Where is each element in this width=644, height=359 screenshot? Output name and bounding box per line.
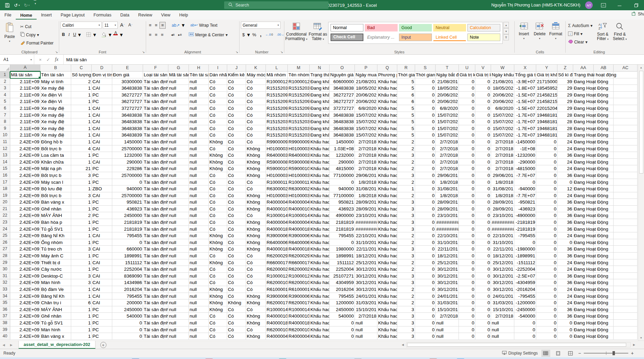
style-calculation[interactable]: Calculation: [467, 24, 500, 31]
cell-Y32[interactable]: 0: [536, 279, 557, 286]
cell-A14[interactable]: 2.42E+09: [10, 159, 40, 166]
cell-AC24[interactable]: [614, 226, 637, 233]
cell-Z34[interactable]: 24: [557, 293, 573, 300]
cell-E22[interactable]: 2450000: [112, 212, 143, 219]
font-name-combo[interactable]: Calibri▾: [61, 22, 102, 29]
cell-F4[interactable]: Tài sản định: [143, 92, 168, 99]
sheet-nav-left-icon[interactable]: ◀: [0, 341, 8, 349]
cell-C32[interactable]: 3: [71, 279, 92, 286]
cell-K23[interactable]: Không: [246, 219, 266, 226]
cell-J20[interactable]: Có: [227, 199, 246, 206]
cell-B19[interactable]: Bốt trực b: [40, 192, 71, 199]
cell-T35[interactable]: 31/03/201: [436, 299, 459, 306]
cell-Z12[interactable]: 24: [557, 145, 573, 152]
cell-T5[interactable]: 20/06/202: [436, 98, 459, 105]
cell-X4[interactable]: -1.5E+07: [514, 92, 536, 99]
cell-H7[interactable]: null: [189, 112, 209, 119]
cell-C24[interactable]: 1: [71, 226, 92, 233]
cell-P10[interactable]: 15/07/202: [355, 132, 377, 139]
cell-V40[interactable]: 0: [475, 333, 491, 340]
cell-X19[interactable]: -7.7E+07: [514, 192, 536, 199]
row-header-4[interactable]: 4: [0, 92, 10, 99]
cell-I10[interactable]: Có: [209, 132, 227, 139]
cell-J14[interactable]: Có: [227, 159, 246, 166]
tab-help[interactable]: Help: [175, 11, 193, 20]
cell-L18[interactable]: R6300002: [266, 185, 288, 192]
style-check[interactable]: Check Cell: [331, 34, 363, 41]
borders-dropdown[interactable]: ▾: [93, 31, 96, 38]
cell-W5[interactable]: 20/06/202: [491, 98, 514, 105]
cell-F22[interactable]: Tài sản định: [143, 212, 168, 219]
cell-I22[interactable]: Có: [209, 212, 227, 219]
cell-M26[interactable]: R6400006: [288, 239, 310, 246]
font-dialog-launcher[interactable]: ↘: [142, 50, 145, 54]
cell-Y35[interactable]: 0: [536, 299, 557, 306]
cell-M12[interactable]: H0100003: [288, 145, 310, 152]
cell-J34[interactable]: Có: [227, 293, 246, 300]
cell-I33[interactable]: Không: [209, 286, 227, 293]
cell-F21[interactable]: Tài sản định: [143, 206, 168, 213]
cell-AC12[interactable]: [614, 145, 637, 152]
cell-C29[interactable]: 1: [71, 259, 92, 266]
comma-style-icon[interactable]: ,: [259, 31, 263, 38]
cell-S37[interactable]: 0: [415, 313, 436, 320]
cell-A29[interactable]: 2.42E+09: [10, 259, 40, 266]
cell-Z6[interactable]: 29: [557, 105, 573, 112]
cell-Q7[interactable]: Khấu hao đư: [377, 112, 397, 119]
cell-D14[interactable]: CAI: [92, 159, 112, 166]
cell-T13[interactable]: 2/7/2018: [436, 152, 459, 159]
cell-G11[interactable]: null: [168, 139, 189, 145]
cell-AA11[interactable]: Đang Hoạt Động: [573, 139, 594, 145]
cell-A17[interactable]: 2.42E+09: [10, 179, 40, 186]
cell-U35[interactable]: 0: [459, 299, 475, 306]
row-header-40[interactable]: 40: [0, 333, 10, 340]
cell-X7[interactable]: -1.7E+07: [514, 112, 536, 119]
increase-font-icon[interactable]: Aˆ: [119, 22, 126, 28]
cell-Y4[interactable]: 21458215: [536, 92, 557, 99]
cell-J31[interactable]: Có: [227, 273, 246, 280]
cell-F19[interactable]: Tài sản định: [143, 192, 168, 199]
cell-D25[interactable]: CAI: [92, 232, 112, 239]
cell-T26[interactable]: 31/10/201: [436, 239, 459, 246]
column-header-I[interactable]: I: [209, 65, 227, 72]
normal-view-icon[interactable]: [541, 350, 550, 357]
cell-F3[interactable]: Tài sản định: [143, 85, 168, 92]
cell-L2[interactable]: R1000012: [266, 78, 288, 85]
cell-L13[interactable]: R6400003: [266, 152, 288, 159]
cell-P36[interactable]: 15/10/201: [355, 306, 377, 313]
cell-W18[interactable]: 31/08/201: [491, 185, 514, 192]
cell-E15[interactable]: 229286: [112, 165, 143, 172]
fill-color-icon[interactable]: [100, 31, 108, 38]
cell-T23[interactable]: #########: [436, 219, 459, 226]
cell-U4[interactable]: 0: [459, 92, 475, 99]
cell-F38[interactable]: Tài sản định: [143, 320, 168, 326]
delete-cells-button[interactable]: Delete ▾: [532, 20, 548, 40]
cell-R36[interactable]: 3: [397, 306, 415, 313]
cell-F33[interactable]: Tài sản định: [143, 286, 168, 293]
cell-T15[interactable]: 2/7/2018: [436, 165, 459, 172]
cell-S4[interactable]: 0: [415, 92, 436, 99]
cell-AC27[interactable]: [614, 246, 637, 253]
cell-Z15[interactable]: 24: [557, 165, 573, 172]
cell-AC32[interactable]: [614, 279, 637, 286]
cell-P17[interactable]: 1/8/2018: [355, 179, 377, 186]
formula-input[interactable]: Mã tài sản: [64, 55, 644, 64]
cell-X33[interactable]: -2016204: [514, 286, 536, 293]
cell-H35[interactable]: null: [189, 299, 209, 306]
cell-M15[interactable]: R5900010: [288, 165, 310, 172]
cell-G19[interactable]: null: [168, 192, 189, 199]
tab-review[interactable]: Review: [134, 11, 157, 20]
cell-R38[interactable]: 3: [397, 320, 415, 326]
cell-F26[interactable]: Tài sản định: [143, 239, 168, 246]
cell-Y3[interactable]: 18545952: [536, 85, 557, 92]
cell-X34[interactable]: -795455: [514, 293, 536, 300]
cell-F5[interactable]: Tài sản định: [143, 98, 168, 105]
cell-AC9[interactable]: [614, 125, 637, 132]
cell-AA33[interactable]: Đang Hoạt Động: [573, 286, 594, 293]
cell-H12[interactable]: null: [189, 145, 209, 152]
row-header-9[interactable]: 9: [0, 125, 10, 132]
cell-AC19[interactable]: [614, 192, 637, 199]
column-header-D[interactable]: D: [92, 65, 112, 72]
cell-U5[interactable]: 0: [459, 98, 475, 105]
cell-V12[interactable]: 0: [475, 145, 491, 152]
